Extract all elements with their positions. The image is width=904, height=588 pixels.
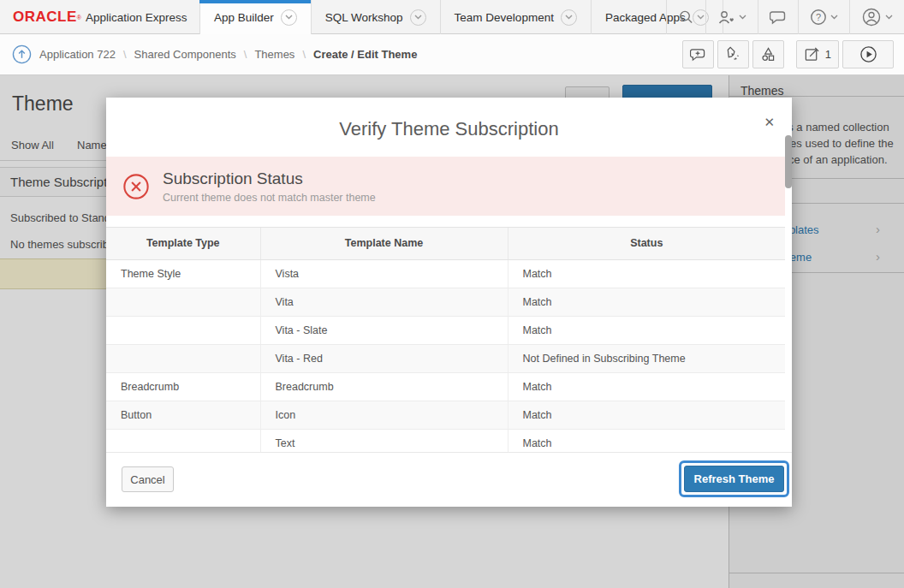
chevron-down-icon[interactable]	[410, 9, 426, 26]
help-icon[interactable]: ?	[798, 0, 849, 34]
cell-status: Match	[508, 372, 785, 401]
table-row: Theme Style Vista Match	[106, 259, 785, 288]
add-comment-icon	[690, 47, 706, 62]
cell-template-type	[106, 316, 260, 344]
administration-icon[interactable]	[705, 0, 758, 34]
close-icon[interactable]: ✕	[764, 115, 775, 130]
account-icon[interactable]	[849, 0, 904, 34]
dialog-title: Verify Theme Subscription	[106, 118, 792, 140]
cell-status: Match	[508, 401, 785, 429]
shared-components-button[interactable]	[752, 40, 784, 68]
verify-theme-subscription-dialog: Verify Theme Subscription ✕ Subscription…	[106, 98, 792, 507]
dialog-footer: Cancel Refresh Theme	[106, 452, 792, 507]
cell-template-type: Breadcrumb	[106, 372, 260, 401]
table-row: Breadcrumb Breadcrumb Match	[106, 372, 785, 401]
breadcrumb-separator: \	[123, 48, 127, 61]
registered-mark: ®	[77, 15, 81, 21]
tab-team-development[interactable]: Team Development	[440, 0, 591, 34]
nav-utility-icons: ?	[666, 0, 904, 34]
oracle-logo: ORACLE ® Application Express	[13, 0, 187, 34]
table-row: Button Icon Match	[106, 401, 785, 429]
flashlight-icon	[725, 46, 741, 62]
edit-page-icon	[804, 46, 820, 62]
alert-text: Subscription Status Current theme does n…	[163, 169, 376, 204]
breadcrumb-separator: \	[244, 48, 247, 61]
oracle-brand: ORACLE	[13, 9, 77, 26]
tab-app-builder[interactable]: App Builder	[199, 0, 311, 34]
shared-components-icon	[760, 46, 776, 62]
cell-status: Match	[508, 316, 785, 344]
cell-template-name: Text	[260, 429, 508, 452]
cell-template-name: Vita - Slate	[260, 316, 508, 344]
up-arrow-icon[interactable]	[12, 45, 32, 64]
run-app-button[interactable]	[842, 40, 894, 68]
cell-status: Match	[508, 429, 785, 452]
breadcrumb-themes[interactable]: Themes	[254, 48, 294, 61]
apex-page: ORACLE ® Application Express App Builder…	[0, 0, 904, 588]
column-header-template-name: Template Name	[260, 228, 508, 259]
chevron-down-icon[interactable]	[561, 9, 577, 26]
alert-title: Subscription Status	[163, 169, 376, 188]
alert-message: Current theme does not match master them…	[163, 192, 376, 204]
cell-status: Not Defined in Subscribing Theme	[508, 344, 785, 372]
svg-text:?: ?	[816, 12, 821, 22]
breadcrumb-app[interactable]: Application 722	[39, 48, 116, 61]
refresh-theme-focus-ring: Refresh Theme	[679, 460, 789, 497]
tab-label: Team Development	[455, 11, 554, 24]
cell-template-type	[106, 344, 260, 372]
product-name: Application Express	[86, 11, 187, 24]
page-toolbar: 1	[682, 40, 894, 68]
run-app-icon	[859, 45, 877, 63]
modal-scrollbar[interactable]	[785, 135, 792, 188]
table-row: Vita - Red Not Defined in Subscribing Th…	[106, 344, 785, 372]
subscription-status-alert: Subscription Status Current theme does n…	[106, 157, 785, 216]
table-row: Vita Match	[106, 288, 785, 316]
cell-template-name: Vista	[260, 259, 508, 288]
edit-page-number: 1	[825, 48, 831, 61]
flashlight-button[interactable]	[717, 40, 749, 68]
cell-template-name: Vita	[260, 288, 508, 316]
cell-status: Match	[508, 288, 785, 316]
template-status-table: Template Type Template Name Status Theme…	[106, 227, 785, 452]
tab-label: App Builder	[214, 11, 274, 24]
cancel-button[interactable]: Cancel	[122, 466, 174, 492]
cell-template-name: Breadcrumb	[260, 372, 508, 401]
cell-status: Match	[508, 259, 785, 288]
breadcrumb-current: Create / Edit Theme	[313, 48, 417, 61]
refresh-theme-button[interactable]: Refresh Theme	[684, 466, 784, 492]
edit-page-button[interactable]: 1	[796, 40, 839, 68]
tab-sql-workshop[interactable]: SQL Workshop	[311, 0, 440, 34]
search-icon[interactable]	[666, 0, 705, 34]
top-nav: ORACLE ® Application Express App Builder…	[0, 0, 904, 34]
breadcrumb-bar: Application 722 \ Shared Components \ Th…	[0, 34, 904, 75]
tab-label: SQL Workshop	[325, 11, 403, 24]
column-header-template-type: Template Type	[106, 228, 260, 259]
cell-template-name: Icon	[260, 401, 508, 429]
add-comment-button[interactable]	[682, 40, 714, 68]
cell-template-type: Button	[106, 401, 260, 429]
error-circle-x-icon	[122, 173, 150, 200]
cell-template-type: Theme Style	[106, 259, 260, 288]
cell-template-type	[106, 429, 260, 452]
cell-template-name: Vita - Red	[260, 344, 508, 372]
breadcrumb-shared-components[interactable]: Shared Components	[134, 48, 236, 61]
table-header-row: Template Type Template Name Status	[106, 228, 785, 259]
column-header-status: Status	[508, 228, 785, 259]
feedback-bubble-icon[interactable]	[758, 0, 798, 34]
breadcrumb: Application 722 \ Shared Components \ Th…	[12, 34, 417, 74]
chevron-down-icon[interactable]	[281, 9, 297, 26]
table-row: Text Match	[106, 429, 785, 452]
table-row: Vita - Slate Match	[106, 316, 785, 344]
nav-tabs: App Builder SQL Workshop Team Developmen…	[199, 0, 723, 34]
breadcrumb-separator: \	[302, 48, 306, 61]
cell-template-type	[106, 288, 260, 316]
